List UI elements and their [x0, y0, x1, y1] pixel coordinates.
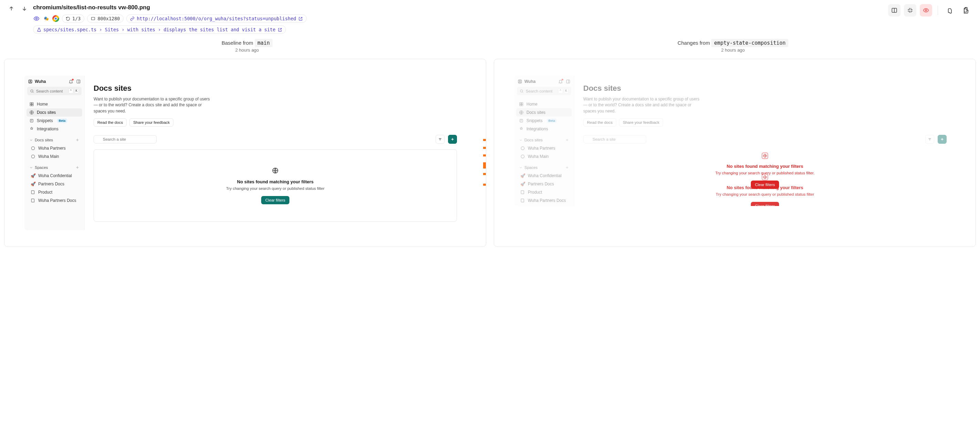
org-switcher[interactable]: Wuha	[28, 79, 46, 84]
spec-pill[interactable]: specs/sites.spec.ts › Sites › with sites…	[33, 25, 286, 34]
sidebar-item-label: Docs sites	[527, 110, 546, 115]
layout-split-button[interactable]	[888, 4, 900, 16]
url-pill[interactable]: http://localhost:5000/o/org_wuha/sites?s…	[126, 14, 306, 23]
app-content: Docs sites Want to publish your document…	[85, 76, 466, 230]
chevron-down-icon	[29, 166, 33, 170]
svg-point-5	[30, 81, 31, 81]
clear-filters-button[interactable]: Clear filters	[751, 202, 779, 206]
clear-filters-button[interactable]: Clear filters	[751, 181, 779, 189]
collapse-button[interactable]	[904, 4, 916, 16]
sidebar-site-item[interactable]: Wuha Main	[517, 153, 572, 161]
add-site-button[interactable]	[938, 135, 947, 144]
section-title: Spaces	[35, 165, 48, 170]
add-site-icon[interactable]	[565, 138, 569, 142]
sidebar-space-item[interactable]: Wuha Partners Docs	[28, 196, 82, 205]
sidebar-item-label: Wuha Confidential	[528, 173, 562, 178]
chevron-down-icon	[519, 166, 523, 170]
sidebar-item-snippets[interactable]: Snippets Beta	[27, 117, 82, 125]
app-content: Docs sites Want to publish your document…	[574, 76, 956, 206]
sidebar-space-item[interactable]: Product	[517, 188, 572, 196]
sidebar-item-label: Integrations	[37, 127, 59, 131]
read-docs-button[interactable]: Read the docs	[583, 118, 616, 127]
sidebar-heading-sites[interactable]: Docs sites	[27, 136, 82, 144]
filter-button[interactable]	[925, 135, 934, 144]
svg-point-14	[31, 146, 34, 149]
notifications-icon[interactable]	[558, 79, 563, 84]
kbd-k: K	[564, 88, 568, 94]
sidebar-space-item[interactable]: 🚀Wuha Confidential	[28, 172, 82, 180]
reject-button[interactable]	[943, 4, 956, 16]
sidebar-heading-sites[interactable]: Docs sites	[516, 136, 572, 144]
sidebar-item-label: Home	[37, 102, 48, 106]
empty-state-title: No sites found matching your filters	[101, 179, 450, 184]
empty-state-icon	[272, 167, 279, 174]
clear-filters-button[interactable]: Clear filters	[261, 196, 290, 204]
page-title: Docs sites	[94, 84, 457, 93]
panel-toggle-icon[interactable]	[566, 79, 571, 84]
sidebar-item-home[interactable]: Home	[27, 100, 82, 108]
empty-state-subtitle: Try changing your search query or publis…	[101, 186, 450, 191]
add-space-icon[interactable]	[565, 165, 569, 170]
sidebar-item-integrations[interactable]: Integrations	[27, 125, 82, 133]
sidebar-space-item[interactable]: Wuha Partners Docs	[517, 196, 572, 205]
viewport-pill[interactable]: 800x1280	[87, 14, 124, 23]
sidebar-item-docs-sites[interactable]: Docs sites	[27, 108, 82, 117]
prev-arrow[interactable]	[8, 5, 14, 12]
sidebar-space-item[interactable]: 🚀Partners Docs	[517, 180, 572, 188]
sidebar-heading-spaces[interactable]: Spaces	[516, 163, 572, 172]
sidebar-search-placeholder: Search content	[526, 89, 552, 93]
sidebar-space-item[interactable]: 🚀Wuha Confidential	[517, 172, 572, 180]
add-space-icon[interactable]	[75, 165, 80, 170]
sidebar-item-label: Product	[38, 190, 52, 195]
svg-rect-6	[77, 80, 80, 83]
changes-time: 2 hours ago	[494, 48, 972, 52]
sidebar-space-item[interactable]: 🚀Partners Docs	[28, 180, 82, 188]
search-icon	[30, 89, 34, 93]
sidebar-search[interactable]: Search content ^K	[517, 87, 571, 95]
org-switcher[interactable]: Wuha	[517, 79, 535, 84]
attempt-value: 1/3	[72, 16, 81, 21]
attempt-pill[interactable]: 1/3	[62, 14, 84, 23]
add-site-icon[interactable]	[75, 138, 80, 142]
svg-point-28	[521, 146, 524, 149]
page-description: Want to publish your documentation to a …	[94, 96, 211, 114]
svg-rect-1	[92, 17, 95, 20]
share-feedback-button[interactable]: Share your feedback	[619, 118, 663, 127]
next-arrow[interactable]	[21, 5, 27, 12]
baseline-pane: Wuha Search content ^K	[4, 59, 486, 247]
rocket-icon: 🚀	[30, 173, 35, 178]
panel-toggle-icon[interactable]	[76, 79, 81, 84]
sidebar-heading-spaces[interactable]: Spaces	[27, 163, 82, 172]
empty-state-subtitle: Try changing your search query or publis…	[590, 171, 940, 175]
svg-rect-24	[520, 105, 521, 106]
sidebar-item-docs-sites[interactable]: Docs sites	[516, 108, 572, 117]
book-icon	[520, 198, 525, 203]
beta-badge: Beta	[57, 119, 67, 123]
book-icon	[30, 198, 35, 203]
baseline-branch: main	[255, 39, 272, 47]
sidebar-item-label: Partners Docs	[528, 181, 554, 186]
sidebar-space-item[interactable]: Product	[28, 188, 82, 196]
share-feedback-button[interactable]: Share your feedback	[129, 118, 173, 127]
sidebar-site-item[interactable]: Wuha Main	[28, 153, 82, 161]
search-site-input[interactable]	[94, 135, 157, 143]
sidebar-item-label: Wuha Partners	[528, 146, 555, 151]
sidebar-item-home[interactable]: Home	[516, 100, 572, 108]
visibility-icon	[33, 15, 40, 22]
diff-highlight-button[interactable]	[920, 4, 932, 16]
search-site-input[interactable]	[583, 135, 646, 143]
notifications-icon[interactable]	[68, 79, 73, 84]
approve-button[interactable]	[959, 4, 972, 16]
filter-button[interactable]	[436, 135, 445, 144]
read-docs-button[interactable]: Read the docs	[94, 118, 127, 127]
section-title: Docs sites	[524, 138, 542, 142]
sidebar-item-integrations[interactable]: Integrations	[516, 125, 572, 133]
sidebar-site-item[interactable]: Wuha Partners	[28, 144, 82, 153]
add-site-button[interactable]	[448, 135, 457, 144]
sidebar-site-item[interactable]: Wuha Partners	[517, 144, 572, 153]
sidebar-item-snippets[interactable]: SnippetsBeta	[516, 117, 572, 125]
empty-state-diff: No sites found matching your filters Try…	[583, 149, 947, 192]
sidebar-item-label: Snippets	[527, 118, 542, 123]
sidebar-search[interactable]: Search content ^K	[27, 87, 81, 95]
sidebar-item-label: Home	[527, 102, 538, 106]
